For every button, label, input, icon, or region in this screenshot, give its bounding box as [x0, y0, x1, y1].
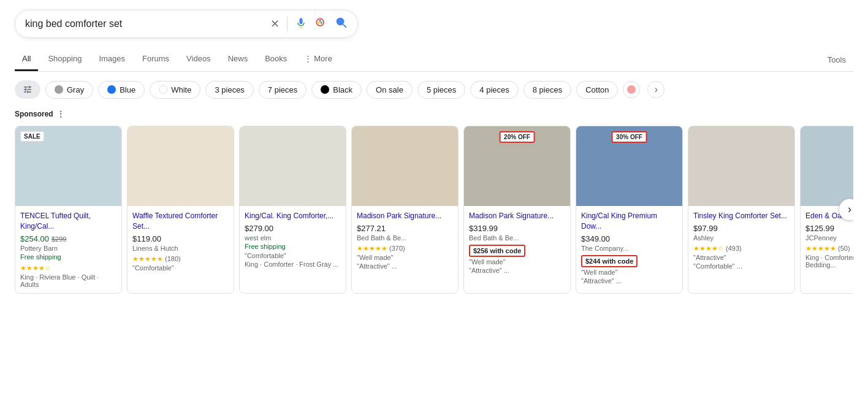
product-info-3: King/Cal. King Comforter,...$279.00west …	[240, 206, 346, 273]
product-store-8: JCPenney	[805, 234, 853, 242]
product-store-2: Linens & Hutch	[132, 245, 229, 252]
product-quote-5: "Well made"	[469, 258, 565, 265]
product-image-1: SALE	[15, 126, 121, 206]
sponsored-menu-icon[interactable]: ⋮	[57, 110, 64, 118]
rating-count-7: (493)	[724, 245, 742, 252]
star-icons-4: ★★★★★	[357, 245, 387, 252]
tab-all[interactable]: All	[15, 48, 38, 71]
product-price-1: $254.00	[20, 234, 49, 243]
product-card-6[interactable]: 30% OFFKing/Cal King Premium Dow...$349.…	[576, 126, 683, 294]
filter-cotton[interactable]: Cotton	[576, 81, 618, 99]
clear-icon[interactable]: ✕	[270, 17, 280, 31]
product-card-5[interactable]: 20% OFFMadison Park Signature...$319.99B…	[463, 126, 571, 294]
product-quote-3: "Comfortable"	[245, 252, 341, 259]
product-store-3: west elm	[245, 234, 341, 242]
product-price-row-6: $349.00	[581, 234, 677, 243]
product-info-1: TENCEL Tufted Quilt, King/Cal...$254.00$…	[15, 206, 121, 293]
product-title-5: Madison Park Signature...	[469, 211, 565, 221]
sponsored-section: Sponsored ⋮	[15, 110, 853, 118]
filter-tune-button[interactable]	[15, 80, 40, 99]
product-price-row-4: $277.21	[357, 224, 453, 233]
product-price-5: $319.99	[469, 224, 498, 233]
filter-white[interactable]: White	[150, 81, 200, 99]
filter-pink[interactable]	[623, 81, 640, 98]
search-icons: ✕	[270, 15, 348, 32]
tab-shopping[interactable]: Shopping	[40, 48, 89, 71]
star-icons-2: ★★★★★	[132, 255, 163, 262]
product-quote-4: "Well made"	[357, 254, 453, 261]
product-badge-6: 30% OFF	[611, 131, 647, 143]
tab-forums[interactable]: Forums	[135, 48, 177, 71]
rating-count-4: (370)	[387, 245, 405, 252]
pink-dot	[627, 85, 636, 94]
with-code-badge-5: $256 with code	[469, 245, 525, 257]
star-icons-7: ★★★★☆	[693, 245, 724, 252]
product-price-row-1: $254.00$299	[20, 234, 116, 243]
product-image-6: 30% OFF	[576, 126, 682, 206]
product-stars-1: ★★★★☆	[20, 262, 116, 272]
products-grid: SALETENCEL Tufted Quilt, King/Cal...$254…	[15, 126, 853, 294]
product-image-7	[688, 126, 794, 206]
nav-tabs: All Shopping Images Forums Videos News B…	[15, 48, 853, 72]
tab-images[interactable]: Images	[91, 48, 132, 71]
product-tags-4: "Attractive" ...	[357, 262, 453, 270]
product-title-1: TENCEL Tufted Quilt, King/Cal...	[20, 211, 116, 232]
search-input[interactable]	[25, 18, 265, 29]
filter-4pieces[interactable]: 4 pieces	[470, 81, 518, 99]
search-icon[interactable]	[334, 15, 348, 32]
product-shipping-1: Free shipping	[20, 253, 116, 261]
tab-news[interactable]: News	[221, 48, 256, 71]
filter-gray[interactable]: Gray	[45, 81, 93, 99]
product-card-4[interactable]: Madison Park Signature...$277.21Bed Bath…	[351, 126, 459, 294]
product-price-4: $277.21	[357, 224, 386, 233]
tab-videos[interactable]: Videos	[179, 48, 218, 71]
product-store-5: Bed Bath & Be...	[469, 234, 565, 242]
product-tags-7: "Comfortable" ...	[693, 262, 790, 270]
product-price-7: $97.99	[693, 224, 718, 233]
filter-black[interactable]: Black	[311, 81, 362, 99]
product-info-4: Madison Park Signature...$277.21Bed Bath…	[352, 206, 458, 275]
product-card-1[interactable]: SALETENCEL Tufted Quilt, King/Cal...$254…	[15, 126, 122, 294]
tab-more[interactable]: ⋮ More	[297, 48, 340, 71]
product-card-7[interactable]: Tinsley King Comforter Set...$97.99Ashle…	[688, 126, 795, 294]
tab-books[interactable]: Books	[257, 48, 294, 71]
product-info-7: Tinsley King Comforter Set...$97.99Ashle…	[688, 206, 794, 275]
lens-icon[interactable]	[314, 17, 327, 32]
product-card-3[interactable]: King/Cal. King Comforter,...$279.00west …	[239, 126, 346, 294]
product-title-3: King/Cal. King Comforter,...	[245, 211, 341, 221]
filter-5pieces[interactable]: 5 pieces	[417, 81, 465, 99]
product-store-1: Pottery Barn	[20, 245, 116, 252]
filter-on-sale[interactable]: On sale	[367, 81, 413, 99]
product-shipping-3: Free shipping	[245, 243, 341, 250]
svg-point-2	[319, 20, 321, 21]
filter-7pieces[interactable]: 7 pieces	[259, 81, 306, 99]
product-image-3	[240, 126, 346, 206]
tools-button[interactable]: Tools	[820, 49, 853, 71]
product-title-4: Madison Park Signature...	[357, 211, 453, 221]
gray-dot	[55, 85, 63, 94]
with-code-badge-6: $244 with code	[581, 255, 638, 267]
product-price-row-3: $279.00	[245, 224, 341, 233]
chips-next-button[interactable]: ›	[647, 81, 664, 98]
product-stars-7: ★★★★☆ (493)	[693, 243, 790, 253]
more-dots-icon: ⋮	[304, 54, 312, 63]
rating-count-2: (180)	[163, 255, 181, 262]
product-tags-5: "Attractive" ...	[469, 267, 565, 274]
filter-3pieces[interactable]: 3 pieces	[205, 81, 253, 99]
product-tags-1: King · Riviera Blue · Quilt · Adults	[20, 273, 116, 288]
filter-chips: Gray Blue White 3 pieces 7 pieces Black …	[15, 80, 853, 99]
filter-8pieces[interactable]: 8 pieces	[523, 81, 571, 99]
product-price-row-2: $119.00	[132, 234, 229, 243]
product-store-6: The Company...	[581, 245, 677, 252]
black-dot	[321, 85, 329, 94]
star-icons-8: ★★★★★	[805, 245, 836, 252]
svg-rect-0	[300, 27, 303, 28]
filter-blue[interactable]: Blue	[98, 81, 145, 99]
product-card-2[interactable]: Waffle Textured Comforter Set...$119.00L…	[127, 126, 234, 294]
product-stars-4: ★★★★★ (370)	[357, 243, 453, 253]
product-info-5: Madison Park Signature...$319.99Bed Bath…	[464, 206, 570, 279]
microphone-icon[interactable]	[295, 17, 307, 32]
product-image-4	[352, 126, 458, 206]
search-bar-section: ✕	[15, 10, 853, 38]
product-price-8: $125.99	[805, 224, 834, 233]
